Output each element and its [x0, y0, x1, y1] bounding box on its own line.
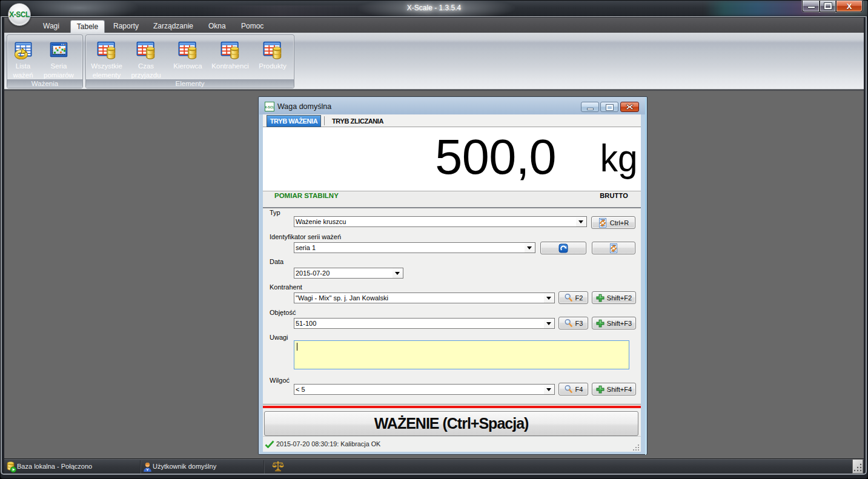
svg-text:X-SCL: X-SCL — [265, 105, 274, 109]
